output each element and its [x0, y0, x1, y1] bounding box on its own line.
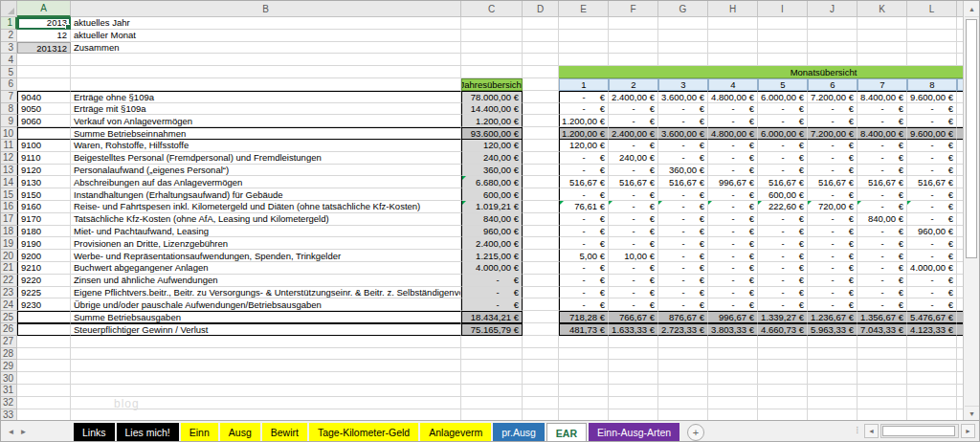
cell-L6[interactable]: 8: [907, 78, 957, 91]
cell-J10[interactable]: 7.200,00 €: [808, 127, 858, 140]
cell-H9[interactable]: -€: [708, 115, 758, 127]
cell-G1[interactable]: [658, 17, 708, 30]
cell-H11[interactable]: -€: [708, 140, 758, 152]
cell-B1[interactable]: aktuelles Jahr: [71, 17, 461, 30]
cell-L27[interactable]: [907, 336, 957, 348]
cell-C10[interactable]: 93.600,00 €: [461, 127, 523, 140]
cell-K7[interactable]: 8.400,00 €: [858, 91, 907, 103]
cell-L17[interactable]: -€: [907, 213, 957, 226]
cell-J25[interactable]: 1.236,67 €: [808, 311, 858, 323]
cell-H18[interactable]: -€: [708, 226, 758, 238]
cell-H10[interactable]: 4.800,00 €: [708, 127, 758, 140]
cell-E3[interactable]: [559, 42, 609, 55]
cell-E23[interactable]: -€: [559, 287, 609, 299]
cell-A22[interactable]: 9220: [17, 275, 71, 287]
row-header-24[interactable]: 24: [1, 298, 17, 311]
cell-C7[interactable]: 78.000,00 €: [461, 91, 523, 103]
cell-F11[interactable]: -€: [609, 140, 658, 152]
cell-E4[interactable]: [559, 54, 609, 66]
cell-G26[interactable]: 2.723,33 €: [658, 323, 708, 336]
cell-D3[interactable]: [523, 42, 559, 55]
row-header-15[interactable]: 15: [1, 188, 17, 201]
cell-K3[interactable]: [858, 42, 907, 55]
cell-H29[interactable]: [708, 360, 758, 372]
cell-A32[interactable]: [17, 397, 71, 409]
cell-G27[interactable]: [658, 336, 708, 348]
cell-I8[interactable]: -€: [758, 103, 808, 116]
cell-H25[interactable]: 996,67 €: [708, 311, 758, 323]
cell-C30[interactable]: [461, 372, 523, 385]
cell-A24[interactable]: 9230: [17, 298, 71, 311]
cell-D31[interactable]: [523, 385, 559, 397]
row-header-27[interactable]: 27: [1, 336, 17, 348]
cell-C1[interactable]: [461, 17, 523, 30]
cell-L15[interactable]: -€: [907, 188, 957, 201]
scroll-left-icon[interactable]: ◄: [864, 424, 879, 438]
sheet-tab-ear[interactable]: EAR: [546, 423, 587, 442]
cell-H28[interactable]: [708, 348, 758, 361]
horizontal-scrollbar[interactable]: ⁞ ◄ ►: [856, 423, 975, 438]
cell-E10[interactable]: 1.200,00 €: [559, 127, 609, 140]
cell-D24[interactable]: [523, 298, 559, 311]
cell-I11[interactable]: -€: [758, 140, 808, 152]
cell-E14[interactable]: 516,67 €: [559, 176, 609, 188]
cell-B20[interactable]: Werbe- und Repräsentationsaufwendungen, …: [71, 250, 461, 262]
cell-D15[interactable]: [523, 188, 559, 201]
cell-H4[interactable]: [708, 54, 758, 66]
cell-C23[interactable]: -€: [461, 287, 523, 299]
cell-I26[interactable]: 4.660,73 €: [758, 323, 808, 336]
cell-I1[interactable]: [758, 17, 808, 30]
cell-H7[interactable]: 4.800,00 €: [708, 91, 758, 103]
cell-H26[interactable]: 3.803,33 €: [708, 323, 758, 336]
cell-K25[interactable]: 1.356,67 €: [858, 311, 907, 323]
cell-H21[interactable]: -€: [708, 262, 758, 275]
cell-A19[interactable]: 9190: [17, 237, 71, 250]
cell-I29[interactable]: [758, 360, 808, 372]
cell-B7[interactable]: Erträge ohne §109a: [71, 91, 461, 103]
col-header-F[interactable]: F: [609, 1, 658, 17]
cell-H3[interactable]: [708, 42, 758, 55]
cell-L13[interactable]: -€: [907, 165, 957, 177]
cell-K6[interactable]: 7: [858, 78, 907, 91]
col-header-A[interactable]: A: [17, 1, 71, 17]
cell-F14[interactable]: 516,67 €: [609, 176, 658, 188]
cell-C21[interactable]: 4.000,00 €: [461, 262, 523, 275]
cell-K24[interactable]: -€: [858, 298, 907, 311]
horizontal-scrollbar-track[interactable]: [880, 424, 959, 438]
sheet-tab-pr-ausg[interactable]: pr.Ausg: [493, 423, 545, 441]
cell-K23[interactable]: -€: [858, 287, 907, 299]
cell-A1[interactable]: 2013: [17, 17, 71, 30]
cell-C2[interactable]: [461, 30, 523, 42]
row-header-12[interactable]: 12: [1, 152, 17, 165]
cell-J11[interactable]: -€: [808, 140, 858, 152]
cell-C32[interactable]: [461, 397, 523, 409]
cell-A12[interactable]: 9110: [17, 152, 71, 165]
cell-K22[interactable]: -€: [858, 275, 907, 287]
cell-L18[interactable]: 960,00 €: [907, 226, 957, 238]
cell-J18[interactable]: -€: [808, 226, 858, 238]
cell-E31[interactable]: [559, 385, 609, 397]
cell-H14[interactable]: 996,67 €: [708, 176, 758, 188]
cell-A13[interactable]: 9120: [17, 165, 71, 177]
cell-K27[interactable]: [858, 336, 907, 348]
cell-J19[interactable]: -€: [808, 237, 858, 250]
cell-A27[interactable]: [17, 336, 71, 348]
row-header-22[interactable]: 22: [1, 275, 17, 287]
cell-B2[interactable]: aktueller Monat: [71, 30, 461, 42]
cell-E20[interactable]: 5,00 €: [559, 250, 609, 262]
cell-E27[interactable]: [559, 336, 609, 348]
cell-L2[interactable]: [907, 30, 957, 42]
cell-D27[interactable]: [523, 336, 559, 348]
cell-A25[interactable]: [17, 311, 71, 323]
row-header-26[interactable]: 26: [1, 323, 17, 336]
cell-I14[interactable]: 516,67 €: [758, 176, 808, 188]
cell-H13[interactable]: -€: [708, 165, 758, 177]
row-header-23[interactable]: 23: [1, 287, 17, 299]
cell-H31[interactable]: [708, 385, 758, 397]
cell-I30[interactable]: [758, 372, 808, 385]
cell-H6[interactable]: 4: [708, 78, 758, 91]
cell-E9[interactable]: 1.200,00 €: [559, 115, 609, 127]
cell-A15[interactable]: 9150: [17, 188, 71, 201]
cell-J28[interactable]: [808, 348, 858, 361]
cell-K26[interactable]: 7.043,33 €: [858, 323, 907, 336]
